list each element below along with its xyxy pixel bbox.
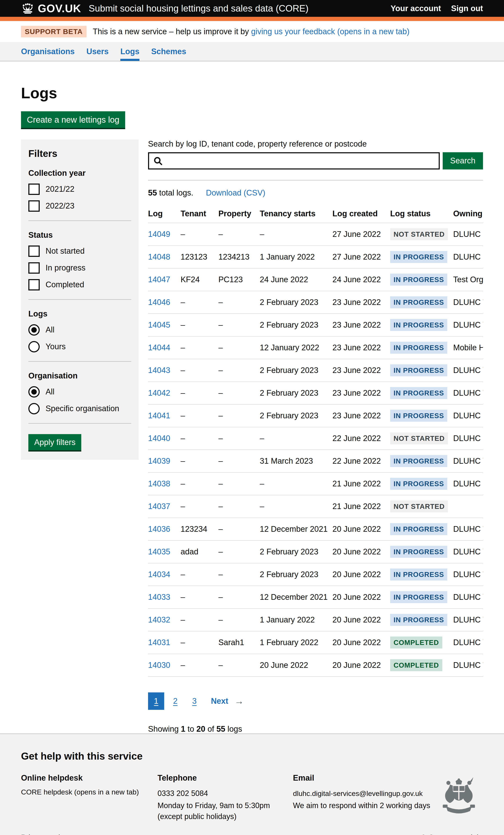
- cell-log-status: IN PROGRESS: [390, 541, 453, 563]
- cell-tenant: –: [181, 359, 218, 382]
- log-link[interactable]: 14045: [148, 321, 170, 329]
- checkbox-label[interactable]: In progress: [45, 263, 85, 272]
- cell-tenancy-starts: 2 February 2023: [260, 541, 332, 563]
- footer-telephone-column: Telephone 0333 202 5084 Monday to Friday…: [158, 773, 293, 823]
- cell-owning-organisation: DLUHC Te: [453, 450, 483, 472]
- nav-item-organisations[interactable]: Organisations: [21, 42, 75, 61]
- nav-item-schemes[interactable]: Schemes: [151, 42, 186, 61]
- cell-log-created: 23 June 2022: [332, 313, 390, 336]
- checkbox-2021-22[interactable]: [28, 184, 40, 195]
- crown-copyright-link[interactable]: © Crown copyright: [421, 833, 483, 835]
- page-link-3[interactable]: 3: [186, 692, 202, 710]
- cell-log: 14031: [148, 631, 181, 654]
- cell-log: 14048: [148, 245, 181, 268]
- log-link[interactable]: 14035: [148, 547, 170, 556]
- log-link[interactable]: 14037: [148, 502, 170, 511]
- cell-log: 14039: [148, 450, 181, 472]
- radio-logs-all[interactable]: [28, 324, 40, 335]
- download-csv-link[interactable]: Download (CSV): [206, 188, 265, 198]
- checkbox-not-started[interactable]: [28, 245, 40, 257]
- log-link[interactable]: 14030: [148, 661, 170, 670]
- log-link[interactable]: 14032: [148, 615, 170, 624]
- log-link[interactable]: 14041: [148, 411, 170, 420]
- apply-filters-button[interactable]: Apply filters: [28, 434, 81, 450]
- service-name[interactable]: Submit social housing lettings and sales…: [88, 3, 308, 14]
- search-input[interactable]: [148, 152, 440, 169]
- table-row: 14030 – – 20 June 2022 20 June 2022 COMP…: [148, 654, 483, 676]
- main-content: Logs Create a new lettings log Filters C…: [0, 61, 504, 734]
- filter-divider: [28, 299, 131, 300]
- filters-panel: Filters Collection year 2021/22 2022/23 …: [21, 139, 139, 460]
- cell-tenant: –: [181, 472, 218, 495]
- email-link[interactable]: dluhc.digital-services@levellingup.gov.u…: [293, 790, 423, 797]
- filter-divider: [28, 361, 131, 362]
- privacy-notice-link[interactable]: Privacy notice: [21, 833, 68, 835]
- radio-label[interactable]: Specific organisation: [45, 404, 119, 413]
- checkbox-row: 2022/23: [28, 200, 131, 212]
- radio-organisation-specific[interactable]: [28, 403, 40, 414]
- radio-label[interactable]: All: [45, 325, 54, 334]
- cell-log-status: COMPLETED: [390, 654, 453, 676]
- checkbox-completed[interactable]: [28, 279, 40, 290]
- checkbox-label[interactable]: 2021/22: [45, 185, 74, 194]
- search-button[interactable]: Search: [443, 152, 483, 169]
- radio-label[interactable]: All: [45, 387, 54, 396]
- radio-label[interactable]: Yours: [45, 342, 66, 351]
- log-link[interactable]: 14049: [148, 230, 170, 239]
- checkbox-label[interactable]: 2022/23: [45, 201, 74, 210]
- log-link[interactable]: 14046: [148, 298, 170, 307]
- page-link-2[interactable]: 2: [167, 692, 183, 710]
- cell-owning-organisation: DLUHC Te: [453, 313, 483, 336]
- nav-item-logs[interactable]: Logs: [120, 42, 139, 61]
- sign-out-link[interactable]: Sign out: [451, 4, 483, 13]
- cell-property: –: [218, 313, 260, 336]
- log-link[interactable]: 14043: [148, 366, 170, 375]
- showing-total: 55: [216, 725, 225, 733]
- checkbox-label[interactable]: Not started: [45, 247, 85, 256]
- log-link[interactable]: 14034: [148, 570, 170, 579]
- cell-log: 14036: [148, 518, 181, 541]
- cell-log-status: IN PROGRESS: [390, 450, 453, 472]
- cell-log-created: 20 June 2022: [332, 518, 390, 541]
- checkbox-in-progress[interactable]: [28, 262, 40, 273]
- cell-owning-organisation: DLUHC Te: [453, 359, 483, 382]
- govuk-home-link[interactable]: GOV.UK: [21, 2, 81, 15]
- cell-tenant: –: [181, 223, 218, 245]
- cell-tenancy-starts: –: [260, 427, 332, 450]
- log-link[interactable]: 14033: [148, 593, 170, 602]
- collection-year-label: Collection year: [28, 169, 131, 178]
- log-link[interactable]: 14040: [148, 434, 170, 443]
- log-link[interactable]: 14036: [148, 525, 170, 533]
- log-link[interactable]: 14044: [148, 343, 170, 352]
- core-helpdesk-link[interactable]: CORE helpdesk (opens in a new tab): [21, 788, 139, 796]
- cell-tenant: –: [181, 654, 218, 676]
- radio-organisation-all[interactable]: [28, 386, 40, 398]
- filters-title: Filters: [28, 148, 131, 159]
- cell-owning-organisation: DLUHC Te: [453, 563, 483, 586]
- nav-item-users[interactable]: Users: [86, 42, 109, 61]
- next-page-link[interactable]: Next: [211, 697, 228, 706]
- status-label: Status: [28, 230, 131, 240]
- radio-row: All: [28, 324, 131, 335]
- page-link-1[interactable]: 1: [148, 692, 164, 710]
- log-link[interactable]: 14031: [148, 638, 170, 647]
- cell-tenant: –: [181, 291, 218, 313]
- log-link[interactable]: 14047: [148, 275, 170, 284]
- log-link[interactable]: 14038: [148, 479, 170, 488]
- table-row: 14037 – – – 21 June 2022 NOT STARTED: [148, 495, 483, 518]
- feedback-link[interactable]: giving us your feedback (opens in a new …: [251, 27, 409, 36]
- radio-logs-yours[interactable]: [28, 341, 40, 352]
- log-link[interactable]: 14039: [148, 456, 170, 465]
- log-link[interactable]: 14048: [148, 252, 170, 261]
- telephone-hours-line1: Monday to Friday, 9am to 5:30pm: [158, 801, 270, 810]
- cell-tenant: –: [181, 563, 218, 586]
- log-link[interactable]: 14042: [148, 388, 170, 398]
- your-account-link[interactable]: Your account: [390, 4, 441, 13]
- checkbox-label[interactable]: Completed: [45, 280, 84, 289]
- organisation-filter-label: Organisation: [28, 371, 131, 380]
- table-header-row: Log Tenant Property Tenancy starts Log c…: [148, 203, 483, 223]
- showing-to: 20: [196, 725, 205, 733]
- phase-banner-text: This is a new service – help us improve …: [93, 27, 409, 36]
- checkbox-2022-23[interactable]: [28, 200, 40, 212]
- create-lettings-log-button[interactable]: Create a new lettings log: [21, 111, 125, 128]
